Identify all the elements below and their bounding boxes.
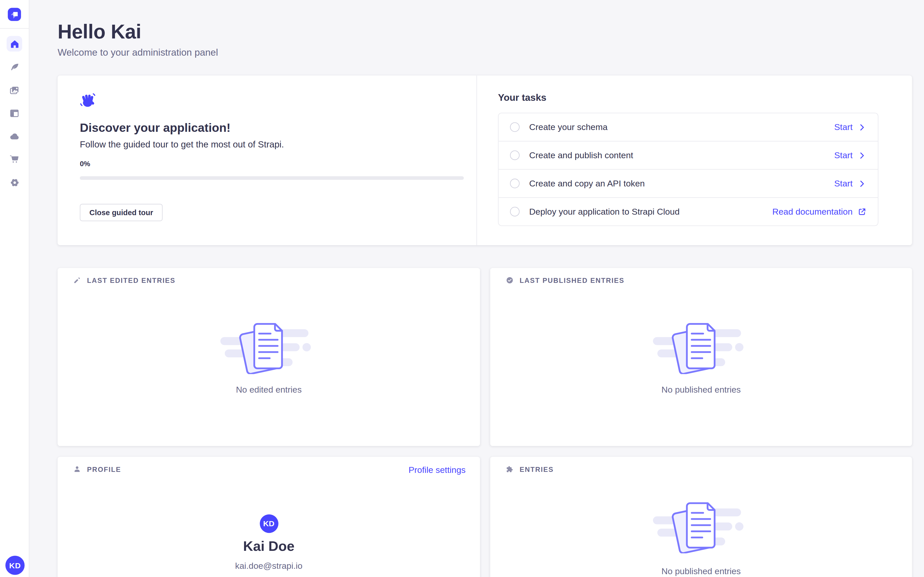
task-row-api-token: Create and copy an API token Start	[499, 169, 878, 197]
media-images-icon	[9, 85, 20, 96]
chevron-right-icon	[858, 151, 866, 160]
close-guided-tour-button[interactable]: Close guided tour	[80, 204, 163, 221]
empty-documents-illustration	[220, 319, 318, 374]
last-edited-entries-card: LAST EDITED ENTRIES No edited entries	[58, 268, 480, 446]
puzzle-icon	[506, 465, 514, 473]
sidebar-item-content-type-builder[interactable]	[6, 105, 22, 121]
empty-documents-illustration	[653, 499, 750, 553]
task-status-radio	[510, 179, 520, 188]
gear-icon	[9, 176, 20, 188]
task-action-label: Start	[834, 122, 853, 132]
task-label: Deploy your application to Strapi Cloud	[529, 207, 680, 216]
panel-header: LAST PUBLISHED ENTRIES	[506, 276, 625, 284]
strapi-admin-homepage: KD Hello Kai Welcome to your administrat…	[0, 0, 924, 577]
external-link-icon	[858, 207, 866, 216]
task-row-create-schema: Create your schema Start	[499, 113, 878, 141]
check-circle-icon	[506, 276, 514, 284]
empty-state: No edited entries	[58, 268, 480, 395]
cart-icon	[9, 153, 20, 164]
profile-name: Kai Doe	[243, 538, 294, 554]
sidebar-item-content[interactable]	[6, 59, 22, 75]
task-action-label: Read documentation	[772, 207, 853, 216]
strapi-logo-icon	[8, 8, 21, 21]
panel-caption: LAST PUBLISHED ENTRIES	[520, 277, 624, 284]
sidebar-item-marketplace[interactable]	[6, 151, 22, 167]
task-status-radio	[510, 122, 520, 132]
tasks-heading: Your tasks	[498, 92, 546, 103]
task-status-radio	[510, 150, 520, 160]
empty-state-text: No published entries	[661, 566, 741, 576]
person-icon	[73, 465, 81, 473]
last-published-entries-card: LAST PUBLISHED ENTRIES No published entr…	[490, 268, 912, 446]
feather-icon	[9, 62, 19, 73]
task-row-publish-content: Create and publish content Start	[499, 141, 878, 169]
layout-icon	[9, 108, 20, 119]
card-vertical-divider	[477, 76, 477, 245]
profile-email: kai.doe@strapi.io	[235, 561, 302, 571]
profile-avatar: KD	[260, 514, 278, 533]
panel-header: PROFILE	[73, 465, 121, 473]
panel-header: LAST EDITED ENTRIES	[73, 276, 175, 284]
panel-header: ENTRIES	[506, 465, 554, 473]
task-read-documentation-link[interactable]: Read documentation	[772, 207, 866, 216]
guided-tour-progress-label: 0%	[80, 160, 90, 168]
cloud-icon	[9, 130, 20, 142]
page-subtitle: Welcome to your administration panel	[58, 47, 218, 58]
sidebar-item-cloud[interactable]	[6, 128, 22, 144]
sidebar-item-media-library[interactable]	[6, 83, 22, 98]
strapi-logo[interactable]	[8, 8, 21, 21]
task-start-link[interactable]: Start	[834, 150, 866, 160]
profile-body: KD Kai Doe kai.doe@strapi.io	[58, 457, 480, 577]
tasks-list: Create your schema Start Create and publ…	[498, 113, 878, 226]
guided-tour-progress-bar	[80, 176, 464, 180]
empty-state: No published entries	[490, 457, 912, 576]
sidebar-item-settings[interactable]	[6, 174, 22, 190]
task-row-deploy-cloud: Deploy your application to Strapi Cloud …	[499, 197, 878, 226]
chevron-right-icon	[858, 179, 866, 188]
guided-tour-subtitle: Follow the guided tour to get the most o…	[80, 139, 284, 149]
panel-caption: PROFILE	[87, 466, 121, 472]
guided-tour-card: Discover your application! Follow the gu…	[58, 76, 912, 245]
chevron-right-icon	[858, 122, 866, 132]
entries-card: ENTRIES No published entries	[490, 457, 912, 577]
guided-tour-title: Discover your application!	[80, 121, 231, 135]
page-title: Hello Kai	[58, 20, 218, 43]
home-icon	[9, 39, 19, 49]
empty-documents-illustration	[653, 319, 750, 374]
task-action-label: Start	[834, 179, 853, 188]
task-label: Create your schema	[529, 122, 607, 132]
profile-settings-link[interactable]: Profile settings	[409, 465, 465, 475]
page-header: Hello Kai Welcome to your administration…	[58, 20, 218, 58]
panel-caption: ENTRIES	[520, 466, 554, 472]
task-start-link[interactable]: Start	[834, 122, 866, 132]
task-label: Create and copy an API token	[529, 179, 645, 188]
pencil-icon	[73, 276, 81, 284]
sidebar-item-home[interactable]	[6, 36, 22, 52]
panel-caption: LAST EDITED ENTRIES	[87, 277, 176, 284]
empty-state-text: No edited entries	[236, 385, 302, 395]
user-avatar[interactable]: KD	[5, 556, 25, 575]
task-action-label: Start	[834, 150, 853, 160]
sidebar-divider	[0, 28, 29, 29]
task-status-radio	[510, 207, 520, 216]
empty-state-text: No published entries	[661, 385, 741, 395]
waving-hand-icon	[79, 92, 96, 111]
empty-state: No published entries	[490, 268, 912, 395]
profile-card: PROFILE Profile settings KD Kai Doe kai.…	[58, 457, 480, 577]
task-start-link[interactable]: Start	[834, 179, 866, 188]
main-navigation-sidebar: KD	[0, 0, 29, 577]
task-label: Create and publish content	[529, 150, 633, 160]
